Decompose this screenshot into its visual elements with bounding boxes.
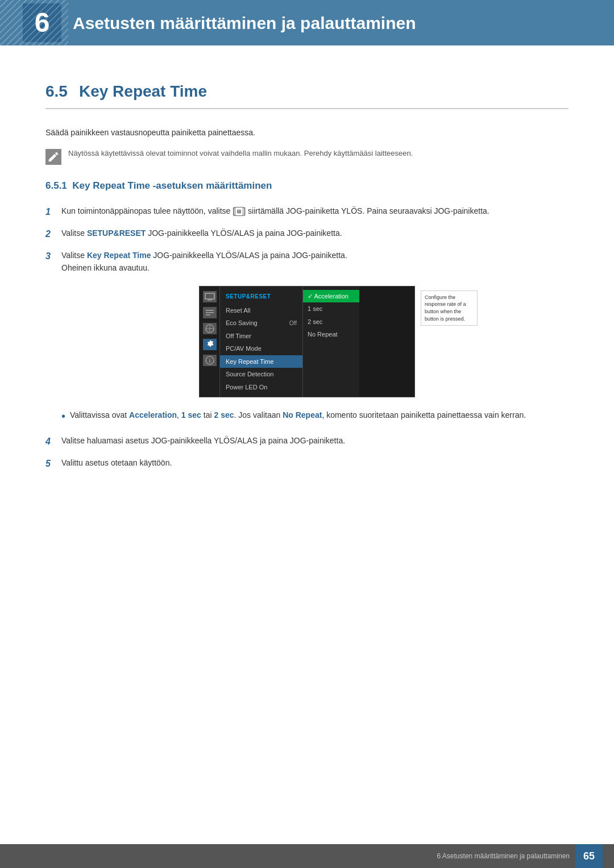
sidebar-icon-monitor xyxy=(203,291,217,302)
bullet-list: • Valittavissa ovat Acceleration, 1 sec … xyxy=(61,409,569,425)
step-number-4: 4 xyxy=(45,434,61,448)
menu-item-powerled: Power LED On xyxy=(220,381,302,394)
step-1: 1 Kun toimintonäppäinopas tulee näyttöön… xyxy=(45,205,569,219)
section-body-text: Säädä painikkeen vastausnopeutta painike… xyxy=(45,126,569,139)
ui-menu-title: SETUP&RESET xyxy=(220,290,302,304)
step2-bold: SETUP&RESET xyxy=(87,229,146,238)
submenu-2sec: 2 sec xyxy=(303,315,359,329)
submenu-1sec: 1 sec xyxy=(303,302,359,315)
submenu-norepeat: No Repeat xyxy=(303,328,359,341)
ui-tooltip: Configure the response rate of a button … xyxy=(421,290,478,326)
accent-1sec: 1 sec xyxy=(181,410,201,420)
step3-bold: Key Repeat Time xyxy=(87,251,151,260)
menu-item-eco: Eco Saving Off xyxy=(220,317,302,330)
footer-text: 6 Asetusten määrittäminen ja palauttamin… xyxy=(437,851,570,861)
step-text-3: Valitse Key Repeat Time JOG-painikkeella… xyxy=(61,251,347,260)
menu-item-offtimer: Off Timer xyxy=(220,330,302,343)
step-number-1: 1 xyxy=(45,205,61,219)
step-text-1: Kun toimintonäppäinopas tulee näyttöön, … xyxy=(61,205,489,217)
steps-list-2: 4 Valitse haluamasi asetus JOG-painikkee… xyxy=(45,434,569,471)
subsection-heading: 6.5.1 Key Repeat Time -asetuksen määritt… xyxy=(45,178,569,193)
pencil-icon xyxy=(47,151,60,163)
subsection-number: 6.5.1 xyxy=(45,180,67,191)
main-content: 6.5Key Repeat Time Säädä painikkeen vast… xyxy=(0,45,614,524)
footer-page-number: 65 xyxy=(575,844,603,868)
sidebar-icon-color xyxy=(203,323,217,334)
note-box: Näytössä käytettävissä olevat toiminnot … xyxy=(45,148,569,165)
menu-item-eco-label: Eco Saving xyxy=(226,318,258,328)
accent-norepeat: No Repeat xyxy=(283,410,322,420)
menu-item-source: Source Detection xyxy=(220,368,302,381)
step-text-4: Valitse haluamasi asetus JOG-painikkeell… xyxy=(61,434,345,447)
menu-item-keyrepeat: Key Repeat Time xyxy=(220,355,302,368)
subsection-title: Key Repeat Time -asetuksen määrittäminen xyxy=(72,180,272,191)
bullet-dot: • xyxy=(61,407,65,425)
accent-acceleration: Acceleration xyxy=(129,410,177,420)
accent-2sec: 2 sec xyxy=(214,410,234,420)
menu-item-reset: Reset All xyxy=(220,304,302,317)
step-text-2: Valitse SETUP&RESET JOG-painikkeella YLÖ… xyxy=(61,227,342,239)
bullet-text-1: Valittavissa ovat Acceleration, 1 sec ta… xyxy=(70,409,526,421)
header-bar: 6 Asetusten määrittäminen ja palauttamin… xyxy=(0,0,614,45)
note-icon xyxy=(45,149,61,165)
svg-rect-1 xyxy=(0,0,68,45)
note-text: Näytössä käytettävissä olevat toiminnot … xyxy=(68,148,413,159)
menu-item-eco-value: Off xyxy=(289,319,297,327)
ui-screenshot-wrapper: i SETUP&RESET Reset All Eco Saving Off O… xyxy=(45,286,569,398)
step-text-5: Valittu asetus otetaan käyttöön. xyxy=(61,456,172,469)
section-number: 6.5 xyxy=(45,82,68,100)
sidebar-icon-info: i xyxy=(203,355,217,366)
ui-menu: SETUP&RESET Reset All Eco Saving Off Off… xyxy=(220,286,302,397)
sidebar-icon-brightness xyxy=(203,307,217,318)
step-number-2: 2 xyxy=(45,227,61,241)
step-3: 3 Valitse Key Repeat Time JOG-painikkeel… xyxy=(45,249,569,275)
menu-item-pcav: PC/AV Mode xyxy=(220,342,302,355)
bullet-item-1: • Valittavissa ovat Acceleration, 1 sec … xyxy=(61,409,569,425)
menu-item-reset-label: Reset All xyxy=(226,306,250,315)
ui-submenu: ✓ Acceleration 1 sec 2 sec No Repeat xyxy=(302,286,359,397)
footer: 6 Asetusten määrittäminen ja palauttamin… xyxy=(0,844,614,868)
ui-sidebar: i xyxy=(200,286,220,397)
section-title: Key Repeat Time xyxy=(79,82,207,100)
step-5: 5 Valittu asetus otetaan käyttöön. xyxy=(45,456,569,471)
ui-screenshot: i SETUP&RESET Reset All Eco Saving Off O… xyxy=(199,286,415,398)
step-number-3: 3 xyxy=(45,249,61,263)
svg-rect-2 xyxy=(205,293,214,299)
step-number-5: 5 xyxy=(45,456,61,471)
chapter-title: Asetusten määrittäminen ja palauttaminen xyxy=(73,10,416,36)
submenu-acceleration: ✓ Acceleration xyxy=(303,290,359,303)
step-4: 4 Valitse haluamasi asetus JOG-painikkee… xyxy=(45,434,569,448)
sidebar-icon-settings xyxy=(203,339,217,350)
steps-list: 1 Kun toimintonäppäinopas tulee näyttöön… xyxy=(45,205,569,275)
step-2: 2 Valitse SETUP&RESET JOG-painikkeella Y… xyxy=(45,227,569,241)
svg-text:i: i xyxy=(209,358,210,364)
step3-extra: Oheinen ikkuna avautuu. xyxy=(61,263,150,272)
section-heading: 6.5Key Repeat Time xyxy=(45,80,569,109)
ui-screenshot-container: i SETUP&RESET Reset All Eco Saving Off O… xyxy=(199,286,415,398)
